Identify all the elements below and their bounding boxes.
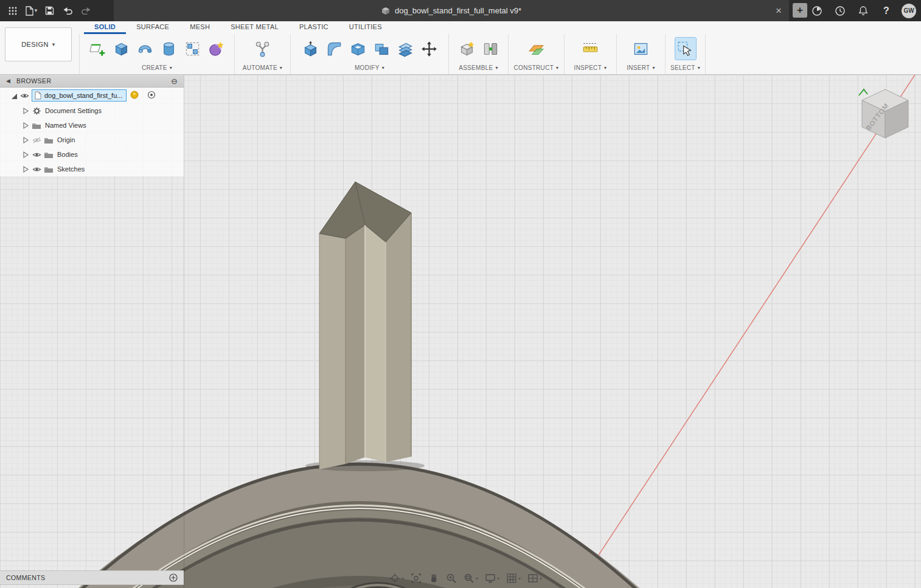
visibility-eye-off-icon[interactable] [30,137,43,144]
browser-title: BROWSER [16,77,171,85]
create-box-button[interactable] [111,38,132,60]
grid-icon [506,573,517,584]
ribbon-group-modify: MODIFY▾ [291,34,449,74]
joint-button[interactable] [480,38,501,60]
browser-row-document-settings[interactable]: Document Settings [0,103,184,118]
add-comment-icon[interactable] [169,573,178,582]
expand-collapse-icon[interactable] [9,92,18,100]
create-pipe-button[interactable] [135,38,156,60]
user-avatar[interactable]: GW [902,4,916,18]
grid-settings[interactable]: ▾ [505,572,522,585]
file-menu-button[interactable]: ▾ [23,2,39,19]
tab-sheet-metal[interactable]: SHEET METAL [220,21,289,34]
save-icon [45,6,54,15]
new-tab-button[interactable]: + [793,3,807,18]
visibility-eye-icon[interactable] [18,92,30,99]
insert-group-dropdown[interactable]: INSERT▾ [627,62,655,73]
undo-button[interactable] [60,2,75,19]
select-group-dropdown[interactable]: SELECT▾ [670,62,700,73]
assemble-group-dropdown[interactable]: ASSEMBLE▾ [459,62,498,73]
create-pattern-button[interactable] [182,38,203,60]
fillet-button[interactable] [324,38,344,60]
measure-button[interactable] [580,38,601,60]
folder-icon [30,122,43,130]
offset-face-button[interactable] [395,38,415,60]
expand-collapse-icon[interactable] [21,165,30,173]
browser-row-named-views[interactable]: Named Views [0,118,184,133]
new-component-button[interactable] [456,38,477,60]
construct-group-dropdown[interactable]: CONSTRUCT▾ [514,62,559,73]
press-pull-button[interactable] [300,38,321,60]
browser-header: ◀ BROWSER ⊖ [0,75,184,88]
ribbon-group-create: CREATE▾ [80,34,235,74]
tab-solid[interactable]: SOLID [84,21,126,34]
select-cursor-icon [677,41,693,57]
browser-row-sketches[interactable]: Sketches [0,162,184,176]
caret-down-icon: ▾ [495,65,498,71]
create-sketch-button[interactable] [88,38,108,60]
comments-bar[interactable]: COMMENTS [0,570,184,585]
display-settings[interactable]: ▾ [484,572,501,585]
redo-button[interactable] [78,2,94,19]
browser-row-origin[interactable]: Origin [0,133,184,147]
modify-group-dropdown[interactable]: MODIFY▾ [355,62,384,73]
viewports-settings[interactable]: ▾ [526,572,543,585]
root-component-name[interactable]: dog_bowl_stand_first_fu... [32,89,127,102]
tab-surface[interactable]: SURFACE [126,21,179,34]
zoom-tool[interactable] [445,572,458,585]
automate-button[interactable] [252,38,273,60]
visibility-eye-icon[interactable] [30,166,43,173]
look-at-tool[interactable] [409,572,423,585]
move-button[interactable] [419,38,439,60]
expand-collapse-icon[interactable] [21,136,30,144]
construct-plane-button[interactable] [526,38,547,60]
view-cube[interactable]: BOTTOM [852,82,919,143]
folder-icon [43,136,55,144]
create-form-button[interactable] [206,38,227,60]
minimize-panel-icon[interactable]: ⊖ [171,77,178,86]
close-tab-button[interactable]: × [776,0,782,21]
job-status-button[interactable] [809,2,825,19]
document-title: dog_bowl_stand_first_full_metal v9* [395,6,521,15]
title-bar: ▾ [0,0,921,21]
visibility-eye-icon[interactable] [30,151,43,158]
folder-icon [43,151,55,159]
activate-component-radio[interactable] [147,91,156,100]
job-status-icon [812,5,822,16]
collapse-panel-icon[interactable]: ◀ [6,78,10,84]
help-icon: ? [883,5,889,16]
pan-tool[interactable] [427,572,440,585]
caret-down-icon: ▾ [382,65,384,71]
select-button[interactable] [675,38,696,60]
history-button[interactable] [832,2,848,19]
design-mode-dropdown[interactable]: DESIGN ▾ [5,27,72,61]
notifications-button[interactable] [855,2,871,19]
automate-group-dropdown[interactable]: AUTOMATE▾ [243,62,282,73]
app-menu-button[interactable] [5,2,21,19]
tab-plastic[interactable]: PLASTIC [289,21,339,34]
expand-collapse-icon[interactable] [21,151,30,159]
expand-collapse-icon[interactable] [21,122,30,130]
document-status-icon[interactable] [130,91,139,100]
inspect-group-dropdown[interactable]: INSPECT▾ [574,62,607,73]
shell-button[interactable] [347,38,368,60]
browser-root-row[interactable]: dog_bowl_stand_first_fu... [0,88,184,103]
panel-divider[interactable] [184,75,184,588]
insert-canvas-button[interactable] [631,38,652,60]
orbit-tool[interactable]: ▾ [388,572,405,585]
tab-utilities[interactable]: UTILITIES [339,21,392,34]
collapsed-triangle-icon [23,136,29,144]
clock-icon [835,5,846,16]
help-button[interactable]: ? [878,2,894,19]
expand-collapse-icon[interactable] [21,107,30,115]
browser-row-bodies[interactable]: Bodies [0,147,184,162]
fit-tool[interactable]: ▾ [462,572,479,585]
combine-button[interactable] [371,38,392,60]
ribbon-toolbar: DESIGN ▾ SOLID SURFACE MESH SHEET METAL … [0,21,921,75]
create-group-dropdown[interactable]: CREATE▾ [142,62,172,73]
ribbon-groups: CREATE▾ AUTOMATE▾ [79,34,706,74]
save-button[interactable] [41,2,57,19]
document-tab[interactable]: dog_bowl_stand_first_full_metal v9* × [114,0,789,21]
tab-mesh[interactable]: MESH [179,21,220,34]
create-cylinder-button[interactable] [159,38,179,60]
